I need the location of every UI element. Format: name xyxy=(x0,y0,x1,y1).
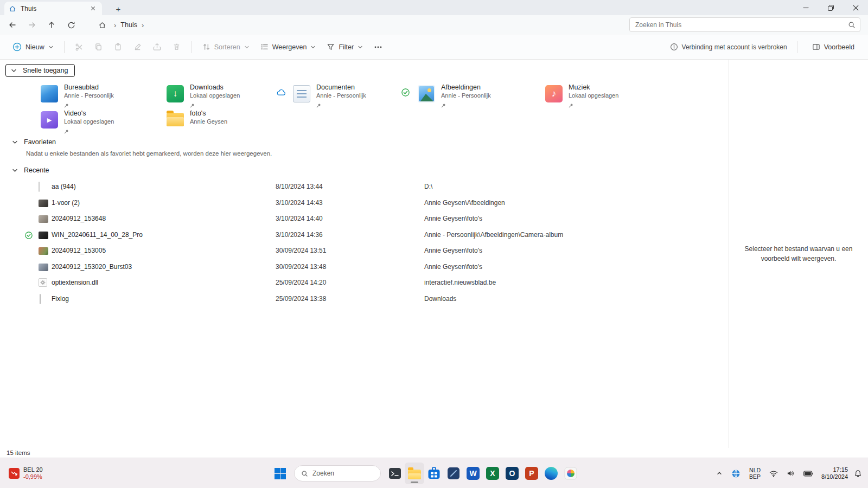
language-indicator[interactable]: NLD BEP xyxy=(746,464,763,483)
quick-access-item-downloads[interactable]: Downloads Lokaal opgeslagen xyxy=(167,84,240,106)
hidden-icons-button[interactable] xyxy=(713,464,725,483)
wifi-button[interactable] xyxy=(767,464,781,483)
ellipsis-icon xyxy=(374,46,382,48)
file-date: 3/10/2024 14:36 xyxy=(276,231,323,239)
chevron-down-icon xyxy=(310,44,316,50)
bell-icon xyxy=(854,470,862,478)
paste-button[interactable] xyxy=(109,38,127,56)
back-button[interactable] xyxy=(3,17,22,33)
network-globe-button[interactable] xyxy=(729,464,743,483)
word-app-button[interactable]: W xyxy=(463,463,483,484)
section-quick-access-header[interactable]: Snelle toegang xyxy=(5,64,75,77)
section-favorites-header[interactable]: Favorieten xyxy=(12,138,56,146)
music-icon xyxy=(545,85,563,102)
taskbar: BEL 20 -0,99% Zoeken xyxy=(0,458,868,488)
file-date: 30/09/2024 13:48 xyxy=(276,263,326,271)
chevron-down-icon xyxy=(12,168,18,174)
breadcrumb-item-thuis[interactable]: Thuis xyxy=(120,21,137,29)
terminal-app-button[interactable] xyxy=(385,463,405,484)
file-row[interactable]: Fixlog 25/09/2024 13:38 Downloads xyxy=(0,291,729,307)
breadcrumb-home-icon[interactable] xyxy=(94,18,110,32)
clipboard-icon xyxy=(114,43,122,51)
rename-button[interactable] xyxy=(129,38,147,56)
plus-circle-icon xyxy=(12,42,22,52)
filter-icon xyxy=(327,43,335,51)
restore-button[interactable] xyxy=(818,0,843,15)
up-button[interactable] xyxy=(42,17,61,33)
file-location: D:\ xyxy=(424,183,432,190)
file-explorer-app-button[interactable] xyxy=(405,463,424,484)
file-explorer-window: Thuis + › Thuis xyxy=(0,0,868,488)
word-icon: W xyxy=(467,467,480,480)
pinned-app-button[interactable] xyxy=(444,463,463,484)
quick-access-item-videos[interactable]: Video's Lokaal opgeslagen xyxy=(41,110,114,132)
outlook-app-button[interactable]: O xyxy=(502,463,522,484)
close-button[interactable] xyxy=(843,0,868,15)
synced-check-icon xyxy=(25,232,33,241)
search-input[interactable] xyxy=(635,21,848,29)
new-button[interactable]: Nieuw xyxy=(8,39,59,55)
file-row[interactable]: 1-voor (2) 3/10/2024 14:43 Annie Geysen\… xyxy=(0,195,729,211)
wifi-icon xyxy=(769,470,778,477)
delete-button[interactable] xyxy=(168,38,186,56)
powerpoint-app-button[interactable]: P xyxy=(522,463,541,484)
favorites-empty-message: Nadat u enkele bestanden als favoriet he… xyxy=(26,150,272,157)
more-options-button[interactable] xyxy=(369,38,387,56)
quick-access-item-bureaublad[interactable]: Bureaublad Annie - Persoonlijk xyxy=(41,84,114,106)
image-thumbnail-icon xyxy=(39,264,48,271)
clock[interactable]: 17:15 8/10/2024 xyxy=(821,466,848,480)
file-date: 3/10/2024 14:40 xyxy=(276,215,323,222)
excel-app-button[interactable]: X xyxy=(483,463,502,484)
preview-toggle-button[interactable]: Voorbeeld xyxy=(807,40,859,54)
file-location: Annie Geysen\foto's xyxy=(424,215,482,222)
quick-access-item-fotos[interactable]: foto's Annie Geysen xyxy=(167,110,227,126)
file-row[interactable]: 20240912_153005 30/09/2024 13:51 Annie G… xyxy=(0,243,729,259)
section-recent-header[interactable]: Recente xyxy=(12,166,49,174)
pin-icon xyxy=(190,100,240,106)
quick-access-item-muziek[interactable]: Muziek Lokaal opgeslagen xyxy=(545,84,618,106)
file-row[interactable]: aa (944) 8/10/2024 13:44 D:\ xyxy=(0,179,729,195)
file-location: interactief.nieuwsblad.be xyxy=(424,279,496,286)
file-date: 25/09/2024 13:38 xyxy=(276,295,326,303)
file-row[interactable]: optiextension.dll 25/09/2024 14:20 inter… xyxy=(0,275,729,291)
store-app-button[interactable] xyxy=(424,463,444,484)
file-row[interactable]: 20240912_153648 3/10/2024 14:40 Annie Ge… xyxy=(0,211,729,227)
explorer-tab-thuis[interactable]: Thuis xyxy=(4,2,102,15)
battery-button[interactable] xyxy=(801,464,816,483)
cut-button[interactable] xyxy=(70,38,88,56)
volume-button[interactable] xyxy=(784,464,797,483)
file-date: 8/10/2024 13:44 xyxy=(276,183,323,190)
sort-button[interactable]: Sorteren xyxy=(197,40,254,54)
file-row[interactable]: 20240912_153020_Burst03 30/09/2024 13:48… xyxy=(0,259,729,275)
preview-label: Voorbeeld xyxy=(824,43,854,51)
synced-check-icon xyxy=(401,88,410,99)
dll-file-icon xyxy=(39,278,47,287)
notifications-button[interactable] xyxy=(851,464,865,483)
start-button[interactable] xyxy=(270,463,290,484)
copy-button[interactable] xyxy=(90,38,108,56)
minimize-button[interactable] xyxy=(793,0,818,15)
edge-app-button[interactable] xyxy=(541,463,561,484)
widgets-button[interactable]: BEL 20 -0,99% xyxy=(4,463,47,484)
quick-access-item-afbeeldingen[interactable]: Afbeeldingen Annie - Persoonlijk xyxy=(418,84,491,106)
file-row[interactable]: WIN_20240611_14_00_28_Pro 3/10/2024 14:3… xyxy=(0,227,729,243)
preview-pane-icon xyxy=(812,43,820,51)
view-button[interactable]: Weergeven xyxy=(256,40,321,54)
item-subtitle: Lokaal opgeslagen xyxy=(190,92,240,99)
account-warning[interactable]: Verbinding met account is verbroken xyxy=(670,43,787,51)
tab-close-icon[interactable] xyxy=(88,4,98,14)
terminal-icon xyxy=(388,467,401,480)
filter-button[interactable]: Filter xyxy=(322,40,368,54)
sort-icon xyxy=(202,43,210,51)
refresh-button[interactable] xyxy=(62,17,80,33)
share-button[interactable] xyxy=(148,38,167,56)
item-name: Video's xyxy=(64,110,114,117)
taskbar-search-box[interactable]: Zoeken xyxy=(294,465,381,481)
search-box[interactable] xyxy=(629,17,860,32)
outlook-icon: O xyxy=(506,467,519,480)
home-icon xyxy=(9,5,16,12)
new-tab-button[interactable]: + xyxy=(112,3,125,15)
quick-access-item-documenten[interactable]: Documenten Annie - Persoonlijk xyxy=(293,84,366,106)
photos-app-button[interactable] xyxy=(561,463,580,484)
forward-button[interactable] xyxy=(23,17,41,33)
